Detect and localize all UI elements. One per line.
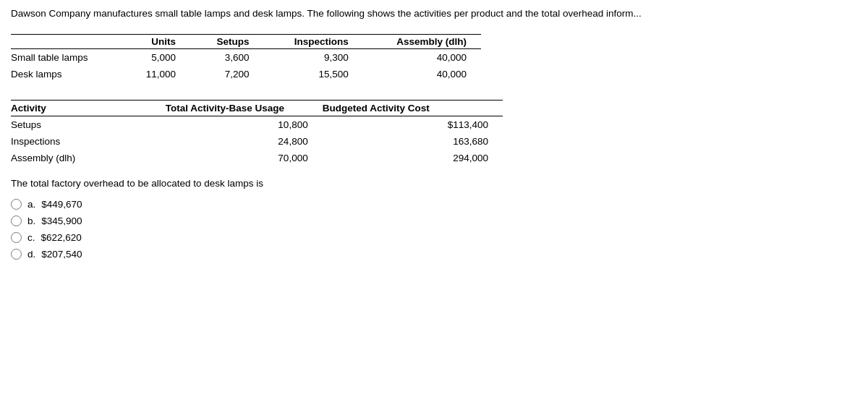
option-d-radio[interactable] [11, 249, 22, 260]
assembly-col-header: Assembly (dlh) [363, 34, 481, 48]
table-row: Assembly (dlh) 70,000 294,000 [11, 150, 503, 166]
inspections-cell: 9,300 [263, 48, 362, 66]
activity-name-cell: Assembly (dlh) [11, 150, 142, 166]
activity-name-cell: Inspections [11, 133, 142, 150]
option-c[interactable]: c. $622,620 [11, 232, 857, 243]
product-name-cell: Desk lamps [11, 66, 120, 82]
table-row: Desk lamps 11,000 7,200 15,500 40,000 [11, 66, 481, 82]
option-d[interactable]: d. $207,540 [11, 249, 857, 260]
budgeted-cost-col-header: Budgeted Activity Cost [323, 100, 503, 116]
inspections-col-header: Inspections [263, 34, 362, 48]
total-usage-cell: 70,000 [142, 150, 322, 166]
option-c-radio[interactable] [11, 232, 22, 243]
units-col-header: Units [120, 34, 190, 48]
option-d-value: $207,540 [41, 249, 82, 260]
units-cell: 11,000 [120, 66, 190, 82]
option-a-radio[interactable] [11, 199, 22, 210]
answer-options: a. $449,670 b. $345,900 c. $622,620 d. $… [11, 199, 857, 260]
activity-col-header: Activity [11, 100, 142, 116]
budgeted-cost-cell: 163,680 [323, 133, 503, 150]
total-usage-cell: 10,800 [142, 116, 322, 133]
product-col-header [11, 34, 120, 48]
intro-text: Dawson Company manufactures small table … [11, 7, 857, 21]
inspections-cell: 15,500 [263, 66, 362, 82]
total-usage-col-header: Total Activity-Base Usage [142, 100, 322, 116]
table-row: Setups 10,800 $113,400 [11, 116, 503, 133]
activity-table: Activity Total Activity-Base Usage Budge… [11, 100, 503, 166]
option-b-value: $345,900 [41, 215, 82, 226]
total-usage-cell: 24,800 [142, 133, 322, 150]
activity-name-cell: Setups [11, 116, 142, 133]
option-a-label: a. [27, 199, 35, 210]
budgeted-cost-cell: 294,000 [323, 150, 503, 166]
product-table: Units Setups Inspections Assembly (dlh) … [11, 34, 481, 82]
setups-cell: 3,600 [190, 48, 263, 66]
setups-cell: 7,200 [190, 66, 263, 82]
option-b-label: b. [27, 215, 35, 226]
units-cell: 5,000 [120, 48, 190, 66]
table-row: Inspections 24,800 163,680 [11, 133, 503, 150]
option-b-radio[interactable] [11, 215, 22, 226]
option-d-label: d. [27, 249, 35, 260]
budgeted-cost-cell: $113,400 [323, 116, 503, 133]
option-c-label: c. [27, 232, 35, 243]
table-row: Small table lamps 5,000 3,600 9,300 40,0… [11, 48, 481, 66]
assembly-cell: 40,000 [363, 48, 481, 66]
assembly-cell: 40,000 [363, 66, 481, 82]
question-text: The total factory overhead to be allocat… [11, 178, 857, 189]
product-name-cell: Small table lamps [11, 48, 120, 66]
option-a-value: $449,670 [41, 199, 82, 210]
option-a[interactable]: a. $449,670 [11, 199, 857, 210]
option-b[interactable]: b. $345,900 [11, 215, 857, 226]
setups-col-header: Setups [190, 34, 263, 48]
option-c-value: $622,620 [41, 232, 82, 243]
